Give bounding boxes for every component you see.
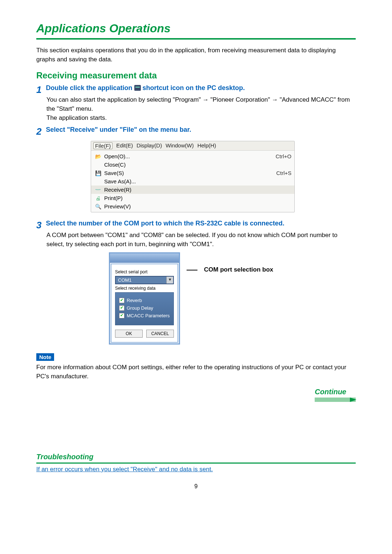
label: MCACC Parameters [127,313,170,318]
checkbox-icon: ✔ [119,298,124,303]
checkbox-reverb[interactable]: ✔ Reverb [119,298,170,303]
label: Open(O)... [104,153,275,159]
label: Save(S) [104,170,276,176]
menu-item-open[interactable]: Open(O)... Ctrl+O [91,152,294,160]
continue-link[interactable]: Continue [315,388,356,402]
menu-item-preview[interactable]: Preview(V) [91,202,294,211]
menu-item-receive[interactable]: Receive(R) [91,186,294,194]
menu-file[interactable]: File(F) [93,142,113,149]
menu-item-save[interactable]: Save(S) Ctrl+S [91,169,294,177]
checkbox-mcacc[interactable]: ✔ MCACC Parameters [119,313,170,318]
step-3: 3 Select the number of the COM port to w… [36,220,356,249]
step-1: 1 Double click the application shortcut … [36,84,356,122]
step-1-heading: Double click the application shortcut ic… [46,84,245,91]
com-port-select[interactable]: COM1 ▾ [115,276,174,284]
menu-item-print[interactable]: Print(P) [91,194,294,202]
troubleshooting-link[interactable]: If an error occurs when you select "Rece… [36,466,213,473]
preview-icon [94,203,102,209]
print-icon [94,195,102,201]
step-number: 2 [36,126,44,137]
page-number: 9 [36,483,356,490]
shortcut: Ctrl+O [275,153,291,159]
menu-window[interactable]: Window(W) [166,142,194,149]
label-select-data: Select receiving data [115,286,174,291]
label: Preview(V) [104,203,291,209]
troubleshooting-heading: Troubleshooting [36,453,356,461]
app-shortcut-icon [134,85,141,91]
text: shortcut icon on the PC desktop. [143,84,245,91]
save-icon [94,170,102,176]
callout-label: COM port selection box [204,266,273,273]
checkbox-icon: ✔ [119,313,124,318]
step-number: 3 [36,220,44,231]
checkbox-icon: ✔ [119,305,124,311]
menu-item-close[interactable]: Close(C) [91,160,294,169]
com-port-value: COM1 [116,277,166,284]
text: "Pioneer Corporation" [211,96,272,103]
dialog-titlebar [110,253,179,263]
arrow-icon: → [272,96,278,103]
receive-dialog: Select serial port COM1 ▾ Select receivi… [109,252,180,345]
text: Double click the application [46,84,134,91]
menu-help[interactable]: Help(H) [197,142,216,149]
dropdown-icon[interactable]: ▾ [166,277,173,284]
section-heading: Receiving measurement data [36,70,356,81]
step-3-heading: Select the number of the COM port to whi… [46,220,284,227]
ok-button[interactable]: OK [115,330,143,338]
step-2: 2 Select "Receive" under "File" on the m… [36,126,356,137]
checkbox-group-delay[interactable]: ✔ Group Delay [119,305,170,311]
shortcut: Ctrl+S [276,170,291,176]
text: You can also start the application by se… [46,96,203,103]
cancel-button[interactable]: CANCEL [146,330,174,338]
receive-icon [94,187,102,193]
label-select-serial: Select serial port [115,269,174,274]
step-3-body: A COM port between "COM1" and "COM8" can… [46,231,356,249]
intro-text: This section explains operations that yo… [36,46,356,64]
page-title: Applications Operations [36,22,356,35]
menubar: File(F) Edit(E) Display(D) Window(W) Hel… [91,141,294,151]
label: Close(C) [104,162,291,168]
label: Save As(A)... [104,178,291,184]
step-number: 1 [36,84,44,95]
label: Print(P) [104,195,291,201]
title-rule [36,38,356,40]
note-badge: Note [36,353,54,361]
menu-item-saveas[interactable]: Save As(A)... [91,177,294,186]
note-text: For more information about COM port sett… [36,363,356,381]
step-2-heading: Select "Receive" under "File" on the men… [46,126,191,133]
callout-line [187,270,197,270]
label: Group Delay [127,305,153,311]
troubleshooting-rule [36,463,356,464]
menu-edit[interactable]: Edit(E) [116,142,133,149]
open-icon [94,153,102,159]
menu-screenshot: File(F) Edit(E) Display(D) Window(W) Hel… [91,141,295,212]
arrow-icon: → [203,96,209,103]
label: Reverb [127,298,142,303]
menu-display[interactable]: Display(D) [136,142,162,149]
file-menu-dropdown: Open(O)... Ctrl+O Close(C) Save(S) Ctrl+… [91,151,294,212]
label: Receive(R) [104,187,291,193]
text: The application starts. [46,114,356,123]
